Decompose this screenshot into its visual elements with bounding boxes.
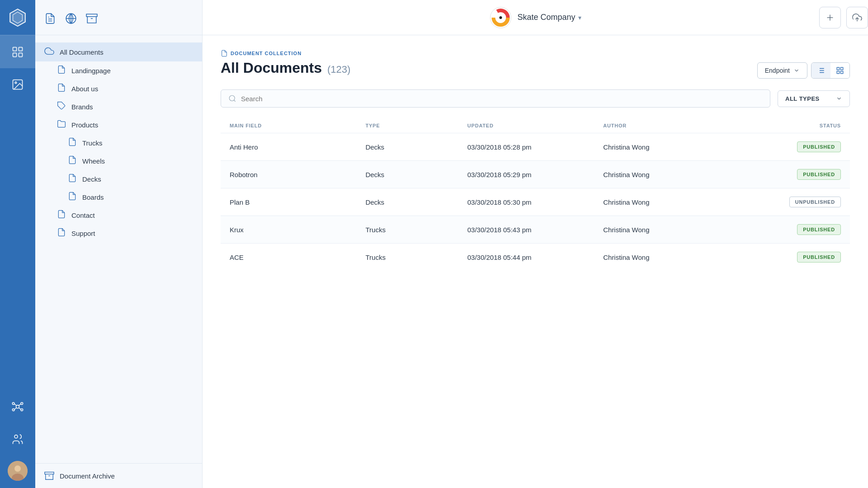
sidebar-item-all-documents[interactable]: All Documents <box>35 42 202 61</box>
cell-type: Trucks <box>365 253 467 261</box>
status-badge: PUBLISHED <box>797 141 841 152</box>
add-button[interactable] <box>819 7 841 28</box>
cell-status: PUBLISHED <box>739 141 841 152</box>
type-filter-chevron-icon <box>836 95 842 102</box>
nav-images-icon[interactable] <box>0 68 35 101</box>
cell-updated: 03/30/2018 05:43 pm <box>467 226 603 234</box>
sidebar-item-support[interactable]: Support <box>35 224 202 242</box>
cell-main-field: Plan B <box>230 198 365 206</box>
svg-point-20 <box>14 465 21 472</box>
status-badge: PUBLISHED <box>797 252 841 263</box>
table-body: Anti Hero Decks 03/30/2018 05:28 pm Chri… <box>221 133 850 271</box>
cell-main-field: ACE <box>230 253 365 261</box>
search-input[interactable] <box>241 95 763 103</box>
cell-author: Christina Wong <box>603 171 739 178</box>
sidebar-decks-label: Decks <box>82 175 101 183</box>
nav-documents-icon[interactable] <box>0 36 35 68</box>
table-header: MAIN FIELD TYPE UPDATED AUTHOR STATUS <box>221 118 850 133</box>
svg-point-12 <box>21 409 23 411</box>
svg-point-17 <box>14 435 18 438</box>
page-icon <box>68 155 77 166</box>
status-badge: PUBLISHED <box>797 224 841 235</box>
cell-status: PUBLISHED <box>739 224 841 235</box>
sidebar-archive-icon[interactable] <box>86 13 98 24</box>
app-logo[interactable] <box>0 0 35 35</box>
svg-line-16 <box>19 408 21 409</box>
cell-author: Christina Wong <box>603 226 739 234</box>
user-avatar[interactable] <box>8 461 28 481</box>
sidebar-item-decks[interactable]: Decks <box>35 170 202 188</box>
sidebar-contact-label: Contact <box>71 211 95 219</box>
svg-rect-45 <box>841 67 843 70</box>
sidebar-support-label: Support <box>71 230 95 237</box>
page-icon <box>57 210 66 221</box>
grid-icon <box>836 66 844 75</box>
sidebar-brands-label: Brands <box>71 103 93 111</box>
cloud-icon <box>44 46 54 58</box>
brands-icon <box>57 101 66 112</box>
col-header-status: STATUS <box>739 123 841 128</box>
cell-status: UNPUBLISHED <box>739 197 841 207</box>
status-badge: UNPUBLISHED <box>789 197 841 207</box>
sidebar-footer[interactable]: Document Archive <box>35 463 202 488</box>
sidebar-item-landingpage[interactable]: Landingpage <box>35 61 202 80</box>
sidebar-item-products[interactable]: Products <box>35 116 202 134</box>
sidebar-item-about-us[interactable]: About us <box>35 80 202 98</box>
topbar-right <box>819 7 868 28</box>
svg-line-49 <box>234 100 235 101</box>
status-badge: PUBLISHED <box>797 169 841 180</box>
svg-point-48 <box>229 95 235 101</box>
sidebar-pages-icon[interactable] <box>44 13 56 24</box>
table-row[interactable]: Krux Trucks 03/30/2018 05:43 pm Christin… <box>221 216 850 243</box>
sidebar-all-documents-label: All Documents <box>60 48 104 56</box>
cell-main-field: Robotron <box>230 171 365 178</box>
svg-rect-3 <box>19 47 22 51</box>
cloud-sync-button[interactable] <box>846 7 868 28</box>
main-area: Skate Company ▾ DOCUMENT COLLECTION All … <box>203 0 868 488</box>
topbar: Skate Company ▾ <box>203 0 868 35</box>
cell-author: Christina Wong <box>603 253 739 261</box>
sidebar-media-icon[interactable] <box>65 13 77 24</box>
endpoint-button[interactable]: Endpoint <box>757 62 807 79</box>
company-logo <box>489 6 512 29</box>
col-header-updated: UPDATED <box>467 123 603 128</box>
cell-main-field: Anti Hero <box>230 143 365 151</box>
sidebar-item-brands[interactable]: Brands <box>35 98 202 116</box>
cell-updated: 03/30/2018 05:29 pm <box>467 171 603 178</box>
plus-icon <box>825 13 835 23</box>
svg-rect-2 <box>13 47 17 51</box>
svg-rect-46 <box>837 71 839 74</box>
folder-icon <box>57 119 66 130</box>
dropdown-chevron-icon <box>793 67 800 74</box>
grid-view-button[interactable] <box>830 63 849 78</box>
sidebar-trucks-label: Trucks <box>82 139 102 147</box>
page-icon <box>57 228 66 239</box>
svg-point-9 <box>12 403 14 405</box>
company-name[interactable]: Skate Company ▾ <box>517 13 581 22</box>
sidebar-wheels-label: Wheels <box>82 157 105 165</box>
svg-line-13 <box>14 404 17 406</box>
content-toolbar: Endpoint <box>757 62 850 79</box>
col-header-author: AUTHOR <box>603 123 739 128</box>
table-row[interactable]: ACE Trucks 03/30/2018 05:44 pm Christina… <box>221 243 850 271</box>
table-row[interactable]: Plan B Decks 03/30/2018 05:30 pm Christi… <box>221 188 850 216</box>
nav-network-icon[interactable] <box>0 390 35 423</box>
table-row[interactable]: Robotron Decks 03/30/2018 05:29 pm Chris… <box>221 160 850 188</box>
cell-type: Decks <box>365 143 467 151</box>
nav-users-icon[interactable] <box>0 423 35 455</box>
table-row[interactable]: Anti Hero Decks 03/30/2018 05:28 pm Chri… <box>221 133 850 160</box>
cell-author: Christina Wong <box>603 198 739 206</box>
type-filter-select[interactable]: ALL TYPES <box>778 90 850 107</box>
svg-point-10 <box>21 403 23 405</box>
cell-updated: 03/30/2018 05:28 pm <box>467 143 603 151</box>
sidebar-item-trucks[interactable]: Trucks <box>35 134 202 152</box>
sidebar: All Documents Landingpage About us Brand… <box>35 0 203 488</box>
nav-bar <box>0 0 35 488</box>
svg-point-7 <box>15 82 17 84</box>
search-icon <box>228 94 236 103</box>
sidebar-item-contact[interactable]: Contact <box>35 206 202 224</box>
sidebar-item-boards[interactable]: Boards <box>35 188 202 206</box>
cell-status: PUBLISHED <box>739 252 841 263</box>
sidebar-item-wheels[interactable]: Wheels <box>35 152 202 170</box>
list-view-button[interactable] <box>811 63 830 78</box>
